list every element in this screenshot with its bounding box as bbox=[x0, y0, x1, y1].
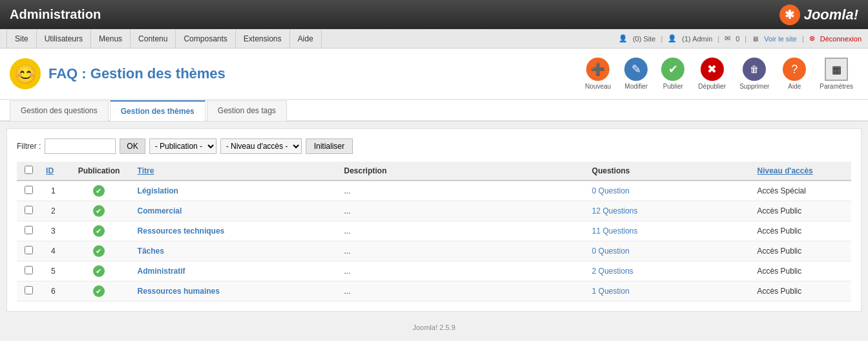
row-questions: 2 Questions bbox=[587, 261, 752, 281]
row-id: 3 bbox=[41, 221, 65, 241]
select-all-checkbox[interactable] bbox=[25, 166, 33, 174]
row-id: 4 bbox=[41, 241, 65, 261]
table-row: 3 ✔ Ressources techniques ... 11 Questio… bbox=[17, 221, 851, 241]
published-icon[interactable]: ✔ bbox=[93, 265, 105, 277]
aide-button[interactable]: ? Aide bbox=[778, 55, 811, 93]
questions-link[interactable]: 1 Question bbox=[592, 287, 630, 296]
parametres-icon: ▦ bbox=[825, 58, 848, 81]
title-link[interactable]: Ressources techniques bbox=[138, 226, 225, 236]
nav-item-menus[interactable]: Menus bbox=[91, 29, 131, 48]
nav-item-composants[interactable]: Composants bbox=[176, 29, 235, 48]
table-row: 2 ✔ Commercial ... 12 Questions Accès Pu… bbox=[17, 201, 851, 221]
admin-header: Administration ✱ Joomla! bbox=[0, 0, 868, 29]
title-link[interactable]: Ressources humaines bbox=[138, 287, 220, 296]
row-access: Accès Public bbox=[752, 221, 851, 241]
page-title: FAQ : Gestion des thèmes bbox=[48, 65, 226, 82]
row-title: Commercial bbox=[132, 201, 339, 221]
published-icon[interactable]: ✔ bbox=[93, 225, 105, 237]
publier-label: Publier bbox=[663, 83, 683, 90]
nav-right: 👤 (0) Site | 👤 (1) Admin | ✉ 0 | 🖥 Voir … bbox=[619, 34, 862, 43]
questions-link[interactable]: 2 Questions bbox=[592, 267, 633, 276]
questions-link[interactable]: 0 Question bbox=[592, 247, 630, 256]
user-icon: 👤 bbox=[619, 34, 628, 43]
depublier-label: Dépublier bbox=[698, 83, 726, 90]
row-checkbox-cell bbox=[17, 221, 41, 241]
select-all-header bbox=[17, 162, 41, 181]
tab-gestion-themes[interactable]: Gestion des thèmes bbox=[110, 100, 206, 121]
row-access: Accès Public bbox=[752, 281, 851, 302]
questions-link[interactable]: 0 Question bbox=[592, 186, 630, 195]
table-header-row: ID Publication Titre Description Questio… bbox=[17, 162, 851, 181]
footer: Joomla! 2.5.9 bbox=[0, 318, 868, 336]
nouveau-icon: ➕ bbox=[586, 58, 609, 81]
modifier-button[interactable]: ✎ Modifier bbox=[619, 55, 653, 93]
title-link[interactable]: Commercial bbox=[138, 206, 182, 215]
tabs-area: Gestion des questions Gestion des thèmes… bbox=[0, 100, 868, 122]
title-link[interactable]: Tâches bbox=[138, 247, 164, 256]
th-id[interactable]: ID bbox=[41, 162, 65, 181]
title-link[interactable]: Législation bbox=[138, 186, 178, 195]
row-access: Accès Public bbox=[752, 261, 851, 281]
footer-text: Joomla! 2.5.9 bbox=[412, 324, 455, 331]
row-questions: 0 Question bbox=[587, 181, 752, 201]
depublier-button[interactable]: ✖ Dépublier bbox=[693, 55, 731, 93]
smiley-icon: 😊 bbox=[10, 58, 41, 89]
nav-item-site[interactable]: Site bbox=[6, 29, 37, 48]
nav-item-contenu[interactable]: Contenu bbox=[131, 29, 176, 48]
nav-item-extensions[interactable]: Extensions bbox=[236, 29, 290, 48]
questions-link[interactable]: 12 Questions bbox=[592, 206, 638, 215]
nouveau-button[interactable]: ➕ Nouveau bbox=[580, 55, 616, 93]
tab-gestion-tags[interactable]: Gestion des tags bbox=[207, 100, 287, 121]
aide-label: Aide bbox=[788, 83, 801, 90]
mail-icon: ✉ bbox=[725, 34, 730, 43]
row-id: 6 bbox=[41, 281, 65, 302]
nav-item-aide[interactable]: Aide bbox=[290, 29, 322, 48]
reset-button[interactable]: Initialiser bbox=[306, 138, 353, 154]
table-row: 5 ✔ Administratif ... 2 Questions Accès … bbox=[17, 261, 851, 281]
row-questions: 1 Question bbox=[587, 281, 752, 302]
row-publication: ✔ bbox=[65, 261, 132, 281]
published-icon[interactable]: ✔ bbox=[93, 285, 105, 297]
row-access: Accès Spécial bbox=[752, 181, 851, 201]
view-site-link[interactable]: Voir le site bbox=[764, 35, 797, 43]
row-publication: ✔ bbox=[65, 181, 132, 201]
publier-button[interactable]: ✔ Publier bbox=[656, 55, 690, 93]
filter-input[interactable] bbox=[45, 138, 116, 154]
title-link[interactable]: Administratif bbox=[138, 267, 185, 276]
publication-select[interactable]: - Publication - Publié Dépublié bbox=[149, 138, 217, 154]
row-checkbox[interactable] bbox=[25, 226, 33, 234]
row-checkbox[interactable] bbox=[25, 186, 33, 194]
th-titre[interactable]: Titre bbox=[132, 162, 339, 181]
publier-icon: ✔ bbox=[661, 58, 684, 81]
tab-gestion-questions[interactable]: Gestion des questions bbox=[10, 100, 109, 121]
row-id: 1 bbox=[41, 181, 65, 201]
row-checkbox[interactable] bbox=[25, 246, 33, 254]
toolbar-buttons: ➕ Nouveau ✎ Modifier ✔ Publier ✖ Dépubli… bbox=[580, 55, 858, 93]
row-checkbox[interactable] bbox=[25, 206, 33, 214]
published-icon[interactable]: ✔ bbox=[93, 185, 105, 197]
row-description: ... bbox=[339, 261, 587, 281]
row-checkbox[interactable] bbox=[25, 266, 33, 274]
published-icon[interactable]: ✔ bbox=[93, 205, 105, 217]
filter-ok-button[interactable]: OK bbox=[120, 138, 145, 154]
depublier-icon: ✖ bbox=[701, 58, 724, 81]
row-publication: ✔ bbox=[65, 221, 132, 241]
th-description: Description bbox=[339, 162, 587, 181]
questions-link[interactable]: 11 Questions bbox=[592, 226, 638, 236]
parametres-button[interactable]: ▦ Paramètres bbox=[814, 55, 858, 93]
modifier-label: Modifier bbox=[625, 83, 648, 90]
nav-bar: Site Utilisateurs Menus Contenu Composan… bbox=[0, 29, 868, 49]
joomla-icon: ✱ bbox=[779, 5, 800, 25]
th-access[interactable]: Niveau d'accès bbox=[752, 162, 851, 181]
row-description: ... bbox=[339, 221, 587, 241]
supprimer-button[interactable]: 🗑 Supprimer bbox=[734, 55, 774, 93]
published-icon[interactable]: ✔ bbox=[93, 245, 105, 257]
row-checkbox[interactable] bbox=[25, 286, 33, 294]
logout-link[interactable]: Déconnexion bbox=[820, 35, 862, 43]
admin-count: (1) Admin bbox=[682, 35, 712, 43]
nav-item-utilisateurs[interactable]: Utilisateurs bbox=[37, 29, 91, 48]
admin-icon: 👤 bbox=[668, 34, 677, 43]
row-id: 5 bbox=[41, 261, 65, 281]
row-questions: 0 Question bbox=[587, 241, 752, 261]
access-select[interactable]: - Niveau d'accès - Accès Public Accès Sp… bbox=[220, 138, 302, 154]
